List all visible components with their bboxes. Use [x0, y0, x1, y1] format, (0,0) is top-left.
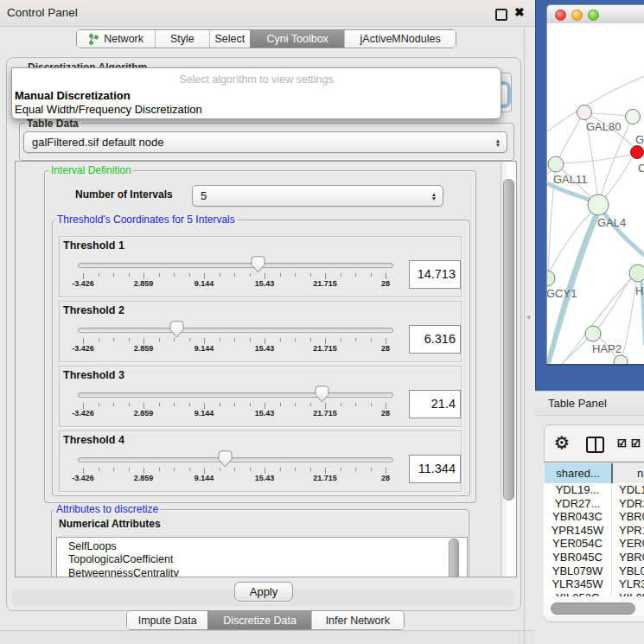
- cell-shared-name: YBL079W: [544, 564, 611, 578]
- slider-minor-tick: [189, 403, 190, 406]
- slider-thumb[interactable]: [251, 256, 265, 273]
- attribute-list-item[interactable]: TopologicalCoefficient: [57, 553, 467, 566]
- network-node-gal80[interactable]: [577, 105, 592, 120]
- network-node-c[interactable]: [631, 146, 644, 159]
- slider-major-tick: [83, 338, 84, 344]
- threshold-value-field[interactable]: 11.344: [409, 455, 461, 483]
- list-scrollbar[interactable]: [449, 539, 459, 577]
- numerical-attributes-list[interactable]: SelfLoopsTopologicalCoefficientBetweenne…: [56, 537, 468, 577]
- slider-track[interactable]: [78, 263, 393, 268]
- slider-major-tick: [83, 468, 84, 474]
- slider-track[interactable]: [78, 457, 393, 462]
- slider-track[interactable]: [78, 328, 393, 333]
- algorithm-option-1[interactable]: Manual Discretization: [15, 89, 131, 102]
- apply-button[interactable]: Apply: [234, 582, 293, 602]
- threshold-label: Threshold 1: [63, 239, 124, 252]
- tab-style[interactable]: Style: [155, 30, 208, 48]
- slider-minor-tick: [310, 273, 311, 277]
- network-node-ga[interactable]: [626, 110, 641, 124]
- settings-scrollbar-thumb[interactable]: [503, 179, 514, 501]
- slider-major-tick: [143, 338, 144, 344]
- attribute-list-item[interactable]: SelfLoops: [57, 540, 467, 553]
- slider-minor-tick: [234, 403, 235, 406]
- table-row[interactable]: YBR045CYBR045C: [544, 551, 644, 564]
- table-row[interactable]: YDL19...YDL194W: [544, 483, 644, 497]
- slider-major-tick: [325, 403, 326, 409]
- column-header-shared-name[interactable]: shared...: [545, 463, 613, 483]
- slider-minor-tick: [159, 338, 160, 341]
- column-header-name[interactable]: name: [637, 463, 644, 483]
- slider-thumb[interactable]: [218, 450, 233, 468]
- threshold-value-field[interactable]: 6.316: [409, 325, 461, 354]
- network-node[interactable]: [614, 355, 628, 364]
- slider-major-tick: [265, 468, 265, 474]
- threshold-label: Threshold 2: [63, 304, 124, 316]
- network-graph[interactable]: GAL80GACGAL11GAL4GCY1HHAP2: [547, 23, 644, 364]
- mode-tab-impute-data[interactable]: Impute Data: [127, 611, 207, 629]
- threshold-label: Threshold 3: [63, 369, 124, 381]
- number-of-intervals-combobox[interactable]: 5 ▲▼: [192, 185, 443, 207]
- select-none-icon[interactable]: ☑: [631, 437, 641, 450]
- table-row[interactable]: YBL079WYBL079W: [544, 564, 644, 578]
- table-row[interactable]: YDR27...YDR277C: [544, 497, 644, 511]
- network-node-label: GAL80: [586, 120, 621, 133]
- network-view[interactable]: GAL80GACGAL11GAL4GCY1HHAP2: [546, 23, 644, 364]
- network-node-gal4[interactable]: [588, 194, 609, 215]
- interval-definition-title: Interval Definition: [49, 164, 133, 176]
- network-node-gal11[interactable]: [548, 156, 564, 172]
- table-row[interactable]: YBR043CYBR043C: [544, 510, 644, 524]
- slider-minor-tick: [295, 273, 296, 277]
- tab-network[interactable]: Network: [77, 30, 155, 48]
- slider-tick-label: -3.426: [72, 279, 94, 288]
- select-all-icon[interactable]: ☑: [617, 437, 627, 450]
- divider-grip-icon[interactable]: ◂: [526, 313, 532, 322]
- network-node-h[interactable]: [629, 265, 644, 282]
- mode-tab-infer-network[interactable]: Infer Network: [311, 611, 404, 629]
- table-hscrollbar-thumb[interactable]: [551, 603, 635, 615]
- network-window-titlebar[interactable]: [546, 4, 644, 25]
- slider-major-tick: [386, 273, 386, 279]
- columns-icon[interactable]: [586, 437, 604, 453]
- slider-minor-tick: [234, 273, 235, 277]
- slider-track[interactable]: [78, 392, 393, 398]
- tab-select[interactable]: Select: [209, 30, 251, 48]
- table-row[interactable]: YER054CYER054C: [544, 537, 644, 551]
- slider-thumb[interactable]: [315, 386, 329, 403]
- network-node-hap2[interactable]: [585, 326, 601, 341]
- tab-jactivemnodules[interactable]: jActiveMNodules: [344, 30, 456, 48]
- attribute-list-item[interactable]: BetweennessCentrality: [57, 567, 467, 577]
- slider-major-tick: [143, 273, 144, 279]
- network-node-label: GA: [635, 133, 644, 146]
- float-window-button[interactable]: [495, 9, 507, 21]
- zoom-traffic-light[interactable]: [588, 10, 599, 21]
- attributes-group-title: Attributes to discretize: [54, 503, 160, 515]
- table-data-combobox[interactable]: galFiltered.sif default node ▲▼: [23, 131, 507, 153]
- algorithm-option-2[interactable]: Equal Width/Frequency Discretization: [15, 103, 202, 116]
- table-row[interactable]: YPR145WYPR145W: [544, 524, 644, 538]
- mode-tab-discretize-data[interactable]: Discretize Data: [207, 611, 310, 629]
- slider-minor-tick: [189, 273, 190, 277]
- table-row[interactable]: YLR345WYLR345W: [544, 577, 644, 591]
- control-panel-titlebar: Control Panel: [0, 0, 535, 27]
- slider-minor-tick: [99, 403, 99, 406]
- threshold-value-field[interactable]: 21.4: [409, 390, 461, 418]
- minimize-traffic-light[interactable]: [571, 10, 583, 21]
- slider-thumb[interactable]: [169, 321, 184, 338]
- tab-cyni-toolbox[interactable]: Cyni Toolbox: [250, 30, 344, 48]
- table-hscrollbar-track[interactable]: [544, 596, 644, 616]
- slider-major-tick: [386, 338, 386, 344]
- dock-divider[interactable]: [524, 26, 525, 644]
- threshold-value-field[interactable]: 14.713: [409, 260, 461, 289]
- close-icon[interactable]: ✖: [514, 5, 525, 19]
- cell-shared-name: YLR345W: [544, 577, 611, 591]
- combo-stepper-icon: ▲▼: [425, 192, 443, 201]
- slider-minor-tick: [280, 468, 281, 471]
- cell-shared-name: YDL19...: [544, 483, 611, 497]
- slider-minor-tick: [250, 273, 251, 277]
- gear-icon[interactable]: ⚙: [554, 432, 570, 453]
- network-edge: [559, 118, 581, 157]
- network-node-gcy1[interactable]: [547, 271, 555, 286]
- cell-name: YPR145W: [619, 524, 644, 538]
- cell-shared-name: YBR045C: [544, 551, 611, 564]
- close-traffic-light[interactable]: [555, 10, 566, 21]
